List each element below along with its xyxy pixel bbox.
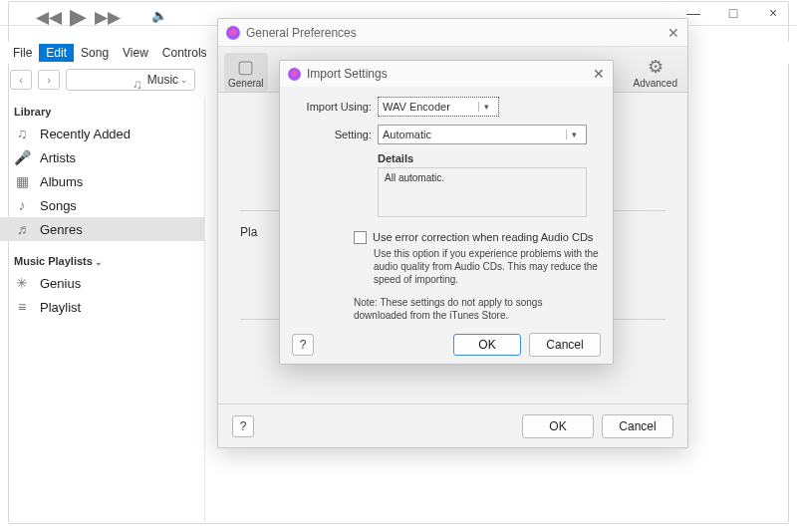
sidebar-item-playlist[interactable]: ≡Playlist [0, 295, 204, 319]
error-correction-checkbox[interactable] [354, 231, 367, 244]
import-using-combo[interactable]: WAV Encoder ▾ [378, 97, 499, 117]
guitar-icon: ♬ [14, 221, 30, 237]
sidebar-item-label: Artists [40, 150, 76, 165]
dialog-title: General Preferences [246, 26, 357, 40]
sidebar-item-artists[interactable]: 🎤Artists [0, 145, 204, 169]
chevron-down-icon: ▾ [478, 102, 494, 112]
sidebar-section-playlists[interactable]: Music Playlists⌄ [0, 251, 204, 271]
chevron-down-icon: ⌄ [95, 257, 103, 267]
chevron-down-icon: ▾ [566, 130, 582, 139]
close-icon[interactable]: ✕ [593, 66, 605, 82]
sidebar-item-label: Recently Added [40, 127, 131, 141]
combo-value: Automatic [383, 129, 431, 140]
close-button[interactable]: × [753, 1, 793, 25]
help-button[interactable]: ? [232, 415, 254, 437]
import-settings-dialog: Import Settings ✕ Import Using: WAV Enco… [279, 60, 614, 365]
setting-label: Setting: [294, 129, 372, 140]
sidebar-item-label: Songs [40, 198, 77, 213]
tab-label: Advanced [634, 78, 677, 89]
volume-icon[interactable]: 🔈 [151, 8, 167, 23]
cancel-button[interactable]: Cancel [602, 414, 673, 438]
maximize-button[interactable]: □ [713, 1, 753, 25]
menu-edit[interactable]: Edit [39, 44, 74, 62]
store-note: Note: These settings do not apply to son… [354, 296, 599, 322]
itunes-logo-icon [288, 68, 301, 81]
dialog-title: Import Settings [307, 67, 388, 81]
combo-value: WAV Encoder [383, 101, 450, 113]
tab-label: General [228, 78, 264, 89]
sidebar-item-albums[interactable]: ▦Albums [0, 169, 204, 193]
next-track-icon[interactable]: ▶▶ [95, 7, 121, 28]
sidebar-section-library: Library [0, 102, 204, 122]
import-titlebar: Import Settings ✕ [280, 61, 613, 87]
play-icon[interactable]: ▶ [70, 4, 87, 30]
prev-track-icon[interactable]: ◀◀ [36, 7, 62, 28]
sidebar-item-recently-added[interactable]: ♫Recently Added [0, 122, 204, 145]
transport-controls: ◀◀ ▶ ▶▶ [36, 4, 121, 30]
close-icon[interactable]: ✕ [667, 25, 679, 41]
sidebar-item-label: Playlist [40, 300, 81, 315]
menu-controls[interactable]: Controls [155, 44, 214, 62]
library-selector[interactable]: ♫Music ⌄ [66, 69, 195, 91]
error-correction-label: Use error correction when reading Audio … [373, 231, 593, 243]
import-button-row: ? OK Cancel [280, 326, 613, 364]
details-heading: Details [378, 152, 599, 164]
menu-view[interactable]: View [116, 44, 155, 62]
preferences-titlebar: General Preferences ✕ [218, 19, 687, 47]
itunes-logo-icon [226, 26, 240, 40]
menu-file[interactable]: File [6, 44, 39, 62]
tab-advanced[interactable]: ⚙ Advanced [630, 53, 681, 92]
mic-icon: 🎤 [14, 149, 30, 165]
help-button[interactable]: ? [292, 334, 314, 356]
error-correction-help: Use this option if you experience proble… [374, 247, 599, 286]
nav-bar: ‹ › ♫Music ⌄ [0, 66, 205, 94]
library-selector-label: Music [147, 73, 178, 87]
ok-button[interactable]: OK [453, 334, 521, 356]
setting-combo[interactable]: Automatic ▾ [378, 125, 587, 144]
recent-icon: ♫ [14, 126, 30, 141]
details-panel: All automatic. [378, 167, 587, 217]
switch-icon: ▢ [233, 56, 259, 78]
list-icon: ≡ [14, 299, 30, 315]
cancel-button[interactable]: Cancel [529, 333, 601, 357]
sidebar-item-genius[interactable]: ✳Genius [0, 271, 204, 295]
sidebar-item-genres[interactable]: ♬Genres [0, 217, 204, 241]
sidebar-item-label: Genres [40, 222, 83, 237]
genius-icon: ✳ [14, 275, 30, 291]
chevron-down-icon: ⌄ [180, 75, 188, 85]
play-label-fragment: Pla [240, 225, 257, 239]
back-button[interactable]: ‹ [10, 70, 32, 90]
sidebar: Library ♫Recently Added 🎤Artists ▦Albums… [0, 98, 205, 524]
sidebar-item-label: Albums [40, 174, 83, 189]
gear-icon: ⚙ [643, 56, 668, 78]
sidebar-item-label: Genius [40, 276, 81, 291]
forward-button[interactable]: › [38, 70, 60, 90]
note-icon: ♪ [14, 197, 30, 213]
sidebar-item-songs[interactable]: ♪Songs [0, 193, 204, 217]
grid-icon: ▦ [14, 173, 30, 189]
tab-general[interactable]: ▢ General [224, 53, 268, 92]
music-note-icon: ♫ [133, 77, 142, 94]
ok-button[interactable]: OK [522, 414, 594, 438]
import-body: Import Using: WAV Encoder ▾ Setting: Aut… [280, 87, 613, 332]
menu-song[interactable]: Song [74, 44, 116, 62]
import-using-label: Import Using: [294, 101, 372, 113]
details-text: All automatic. [385, 172, 444, 183]
preferences-button-row: ? OK Cancel [218, 403, 687, 447]
